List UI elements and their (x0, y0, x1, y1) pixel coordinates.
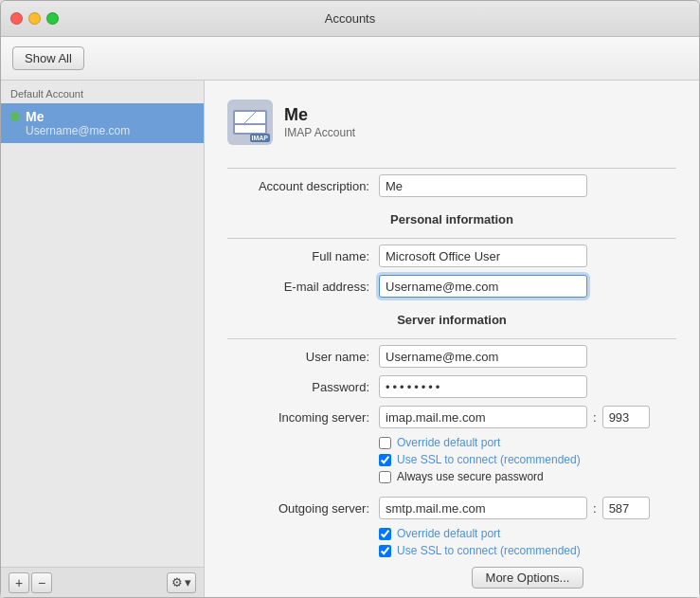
full-name-label: Full name: (227, 249, 379, 263)
incoming-server-label: Incoming server: (227, 410, 379, 425)
always-secure-label[interactable]: Always use secure password (397, 470, 544, 483)
outgoing-server-row: Outgoing server: : (227, 497, 676, 519)
email-row: E-mail address: (227, 275, 676, 298)
override-port-row: Override default port (227, 436, 676, 449)
use-ssl-label[interactable]: Use SSL to connect (recommended) (397, 453, 581, 466)
chevron-down-icon: ▾ (185, 575, 191, 589)
server-info-label: Server information (227, 313, 676, 327)
main-content: Default Account Me Username@me.com + − ⚙… (1, 81, 699, 597)
outgoing-colon: : (593, 501, 597, 516)
minimize-button[interactable] (28, 12, 41, 25)
window-buttons (10, 12, 59, 25)
account-status-dot (10, 112, 20, 121)
personal-info-label: Personal information (227, 212, 676, 227)
account-description-row: Account description: (227, 174, 676, 197)
divider-personal (227, 238, 676, 239)
toolbar: Show All (1, 37, 699, 81)
sidebar-account-email: Username@me.com (10, 124, 194, 137)
outgoing-port-input[interactable] (602, 497, 650, 519)
password-input[interactable] (379, 375, 587, 398)
user-name-label: User name: (227, 350, 379, 364)
user-name-row: User name: (227, 345, 676, 368)
outgoing-server-label: Outgoing server: (227, 501, 379, 516)
gear-icon: ⚙ (171, 575, 183, 589)
always-secure-checkbox[interactable] (379, 471, 391, 483)
user-name-input[interactable] (379, 345, 587, 368)
personal-info-section: Personal information (227, 212, 676, 227)
full-name-row: Full name: (227, 245, 676, 267)
more-options-row: More Options... (379, 567, 676, 589)
password-label: Password: (227, 380, 379, 394)
server-info-section: Server information (227, 313, 676, 327)
override-default-port-label[interactable]: Override default port (397, 436, 500, 449)
outgoing-use-ssl-row: Use SSL to connect (recommended) (227, 544, 676, 557)
detail-panel: IMAP Me IMAP Account Account description… (205, 81, 699, 597)
account-header: IMAP Me IMAP Account (227, 100, 676, 145)
titlebar: Accounts (1, 1, 699, 37)
email-input[interactable] (379, 275, 587, 298)
incoming-server-input[interactable] (379, 406, 587, 428)
sidebar: Default Account Me Username@me.com + − ⚙… (1, 81, 205, 597)
always-secure-row: Always use secure password (227, 470, 676, 483)
incoming-colon: : (593, 410, 597, 425)
outgoing-override-port-label[interactable]: Override default port (397, 527, 500, 540)
account-description-label: Account description: (227, 179, 379, 193)
sidebar-spacer (1, 143, 204, 567)
outgoing-server-input[interactable] (379, 497, 587, 519)
gear-button[interactable]: ⚙ ▾ (167, 572, 196, 593)
email-label: E-mail address: (227, 280, 379, 294)
imap-badge: IMAP (250, 134, 271, 142)
divider-top (227, 168, 676, 169)
divider-server (227, 338, 676, 339)
incoming-server-fields: : (379, 406, 650, 428)
outgoing-override-port-checkbox[interactable] (379, 528, 391, 540)
password-row: Password: (227, 375, 676, 398)
show-all-button[interactable]: Show All (12, 46, 84, 70)
maximize-button[interactable] (46, 12, 59, 25)
full-name-input[interactable] (379, 245, 587, 267)
incoming-server-row: Incoming server: : (227, 406, 676, 428)
remove-account-button[interactable]: − (31, 572, 52, 593)
add-account-button[interactable]: + (9, 572, 29, 593)
override-default-port-checkbox[interactable] (379, 437, 391, 449)
imap-icon: IMAP (227, 100, 273, 145)
sidebar-section-label: Default Account (1, 81, 204, 103)
window: Accounts Show All Default Account Me Use… (0, 0, 700, 598)
sidebar-bottom-left: + − (9, 572, 52, 593)
use-ssl-row: Use SSL to connect (recommended) (227, 453, 676, 466)
sidebar-account-item[interactable]: Me Username@me.com (1, 103, 204, 143)
outgoing-use-ssl-checkbox[interactable] (379, 545, 391, 557)
window-title: Accounts (325, 11, 375, 26)
use-ssl-checkbox[interactable] (379, 454, 391, 466)
sidebar-bottom: + − ⚙ ▾ (1, 567, 204, 597)
account-description-input[interactable] (379, 174, 587, 197)
outgoing-server-fields: : (379, 497, 650, 519)
account-header-info: Me IMAP Account (284, 105, 355, 139)
more-options-button[interactable]: More Options... (472, 567, 584, 589)
close-button[interactable] (10, 12, 23, 25)
outgoing-use-ssl-label[interactable]: Use SSL to connect (recommended) (397, 544, 581, 557)
account-type-label: IMAP Account (284, 126, 355, 139)
account-name-row: Me (10, 109, 194, 124)
incoming-port-input[interactable] (602, 406, 650, 428)
sidebar-account-name: Me (26, 109, 44, 124)
envelope-icon (233, 110, 267, 135)
outgoing-override-port-row: Override default port (227, 527, 676, 540)
account-title: Me (284, 105, 355, 125)
